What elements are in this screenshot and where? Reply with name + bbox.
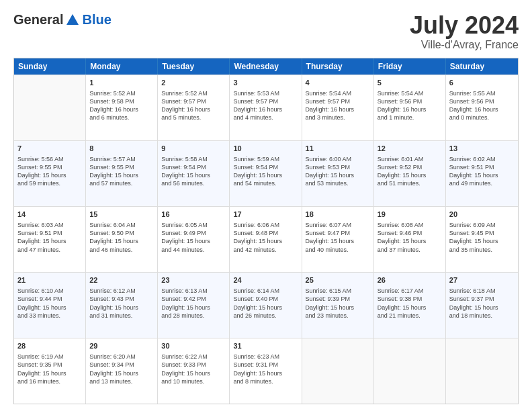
calendar-cell: 26Sunrise: 6:17 AMSunset: 9:38 PMDayligh…	[374, 273, 446, 338]
calendar-cell	[14, 75, 86, 140]
day-number: 11	[306, 144, 370, 154]
day-number: 2	[161, 78, 226, 88]
day-info: Sunrise: 5:59 AMSunset: 9:54 PMDaylight:…	[233, 155, 298, 188]
day-info: Sunrise: 6:02 AMSunset: 9:51 PMDaylight:…	[449, 155, 515, 188]
day-info: Sunrise: 6:01 AMSunset: 9:52 PMDaylight:…	[378, 155, 442, 188]
calendar-cell: 19Sunrise: 6:08 AMSunset: 9:46 PMDayligh…	[374, 207, 446, 272]
day-number: 23	[161, 275, 226, 285]
day-number: 12	[378, 144, 442, 154]
calendar-row: 7Sunrise: 5:56 AMSunset: 9:55 PMDaylight…	[14, 140, 518, 206]
logo-general-text: General	[13, 12, 63, 28]
day-number: 22	[89, 275, 154, 285]
day-number: 1	[89, 78, 154, 88]
calendar-cell: 12Sunrise: 6:01 AMSunset: 9:52 PMDayligh…	[374, 141, 446, 206]
day-info: Sunrise: 6:05 AMSunset: 9:49 PMDaylight:…	[161, 221, 226, 254]
calendar-cell: 3Sunrise: 5:53 AMSunset: 9:57 PMDaylight…	[230, 75, 302, 140]
calendar-cell: 21Sunrise: 6:10 AMSunset: 9:44 PMDayligh…	[14, 273, 86, 338]
day-info: Sunrise: 6:19 AMSunset: 9:35 PMDaylight:…	[17, 353, 82, 385]
calendar-cell	[446, 338, 518, 404]
day-number: 5	[378, 78, 442, 88]
day-number: 26	[378, 275, 442, 285]
calendar-header: SundayMondayTuesdayWednesdayThursdayFrid…	[14, 58, 518, 75]
calendar-cell: 5Sunrise: 5:54 AMSunset: 9:56 PMDaylight…	[374, 75, 446, 140]
day-info: Sunrise: 5:54 AMSunset: 9:57 PMDaylight:…	[306, 89, 370, 122]
calendar-cell: 11Sunrise: 6:00 AMSunset: 9:53 PMDayligh…	[302, 141, 374, 206]
day-number: 24	[233, 275, 298, 285]
day-number: 8	[89, 144, 154, 154]
day-number: 15	[89, 210, 154, 220]
calendar-cell: 10Sunrise: 5:59 AMSunset: 9:54 PMDayligh…	[230, 141, 302, 206]
day-info: Sunrise: 6:22 AMSunset: 9:33 PMDaylight:…	[161, 353, 226, 385]
calendar-cell: 9Sunrise: 5:58 AMSunset: 9:54 PMDaylight…	[158, 141, 230, 206]
day-info: Sunrise: 6:08 AMSunset: 9:46 PMDaylight:…	[378, 221, 442, 254]
day-info: Sunrise: 5:58 AMSunset: 9:54 PMDaylight:…	[161, 155, 226, 188]
calendar-cell: 4Sunrise: 5:54 AMSunset: 9:57 PMDaylight…	[302, 75, 374, 140]
weekday-header: Wednesday	[230, 58, 302, 75]
day-info: Sunrise: 6:17 AMSunset: 9:38 PMDaylight:…	[378, 287, 442, 320]
calendar-body: 1Sunrise: 5:52 AMSunset: 9:58 PMDaylight…	[14, 75, 518, 404]
page: General Blue July 2024 Ville-d'Avray, Fr…	[0, 0, 532, 411]
day-info: Sunrise: 6:20 AMSunset: 9:34 PMDaylight:…	[89, 353, 154, 385]
day-number: 9	[161, 144, 226, 154]
weekday-header: Saturday	[446, 58, 518, 75]
calendar-cell: 1Sunrise: 5:52 AMSunset: 9:58 PMDaylight…	[86, 75, 158, 140]
calendar-row: 1Sunrise: 5:52 AMSunset: 9:58 PMDaylight…	[14, 75, 518, 140]
day-info: Sunrise: 6:09 AMSunset: 9:45 PMDaylight:…	[449, 221, 515, 254]
day-info: Sunrise: 6:14 AMSunset: 9:40 PMDaylight:…	[233, 287, 298, 320]
day-number: 10	[233, 144, 298, 154]
day-number: 25	[306, 275, 370, 285]
day-info: Sunrise: 6:10 AMSunset: 9:44 PMDaylight:…	[17, 287, 82, 320]
calendar-cell: 6Sunrise: 5:55 AMSunset: 9:56 PMDaylight…	[446, 75, 518, 140]
day-number: 30	[161, 341, 226, 351]
day-number: 6	[449, 78, 515, 88]
calendar-cell: 28Sunrise: 6:19 AMSunset: 9:35 PMDayligh…	[14, 338, 86, 404]
day-number: 21	[17, 275, 82, 285]
calendar-cell: 27Sunrise: 6:18 AMSunset: 9:37 PMDayligh…	[446, 273, 518, 338]
day-info: Sunrise: 6:04 AMSunset: 9:50 PMDaylight:…	[89, 221, 154, 254]
weekday-header: Friday	[374, 58, 446, 75]
weekday-header: Thursday	[302, 58, 374, 75]
day-info: Sunrise: 6:06 AMSunset: 9:48 PMDaylight:…	[233, 221, 298, 254]
day-info: Sunrise: 5:53 AMSunset: 9:57 PMDaylight:…	[233, 89, 298, 122]
header: General Blue July 2024 Ville-d'Avray, Fr…	[13, 12, 519, 51]
calendar-cell	[374, 338, 446, 404]
day-info: Sunrise: 5:56 AMSunset: 9:55 PMDaylight:…	[17, 155, 82, 188]
calendar-cell	[302, 338, 374, 404]
calendar-cell: 23Sunrise: 6:13 AMSunset: 9:42 PMDayligh…	[158, 273, 230, 338]
calendar-cell: 24Sunrise: 6:14 AMSunset: 9:40 PMDayligh…	[230, 273, 302, 338]
title-block: July 2024 Ville-d'Avray, France	[410, 12, 519, 51]
calendar-cell: 16Sunrise: 6:05 AMSunset: 9:49 PMDayligh…	[158, 207, 230, 272]
calendar-cell: 2Sunrise: 5:52 AMSunset: 9:57 PMDaylight…	[158, 75, 230, 140]
calendar-cell: 13Sunrise: 6:02 AMSunset: 9:51 PMDayligh…	[446, 141, 518, 206]
logo: General Blue	[13, 12, 112, 28]
day-number: 20	[449, 210, 515, 220]
calendar-cell: 15Sunrise: 6:04 AMSunset: 9:50 PMDayligh…	[86, 207, 158, 272]
calendar-cell: 31Sunrise: 6:23 AMSunset: 9:31 PMDayligh…	[230, 338, 302, 404]
location: Ville-d'Avray, France	[410, 39, 519, 51]
day-info: Sunrise: 5:54 AMSunset: 9:56 PMDaylight:…	[378, 89, 442, 122]
calendar-cell: 30Sunrise: 6:22 AMSunset: 9:33 PMDayligh…	[158, 338, 230, 404]
weekday-header: Tuesday	[158, 58, 230, 75]
day-number: 28	[17, 341, 82, 351]
calendar-cell: 22Sunrise: 6:12 AMSunset: 9:43 PMDayligh…	[86, 273, 158, 338]
day-info: Sunrise: 5:52 AMSunset: 9:57 PMDaylight:…	[161, 89, 226, 122]
day-number: 27	[449, 275, 515, 285]
day-number: 31	[233, 341, 298, 351]
day-number: 13	[449, 144, 515, 154]
day-info: Sunrise: 6:13 AMSunset: 9:42 PMDaylight:…	[161, 287, 226, 320]
day-info: Sunrise: 6:15 AMSunset: 9:39 PMDaylight:…	[306, 287, 370, 320]
day-info: Sunrise: 6:03 AMSunset: 9:51 PMDaylight:…	[17, 221, 82, 254]
calendar: SundayMondayTuesdayWednesdayThursdayFrid…	[13, 58, 519, 404]
weekday-header: Monday	[86, 58, 158, 75]
calendar-cell: 14Sunrise: 6:03 AMSunset: 9:51 PMDayligh…	[14, 207, 86, 272]
day-info: Sunrise: 5:52 AMSunset: 9:58 PMDaylight:…	[89, 89, 154, 122]
calendar-cell: 20Sunrise: 6:09 AMSunset: 9:45 PMDayligh…	[446, 207, 518, 272]
calendar-cell: 17Sunrise: 6:06 AMSunset: 9:48 PMDayligh…	[230, 207, 302, 272]
month-title: July 2024	[410, 12, 519, 39]
day-info: Sunrise: 6:18 AMSunset: 9:37 PMDaylight:…	[449, 287, 515, 320]
day-info: Sunrise: 5:55 AMSunset: 9:56 PMDaylight:…	[449, 89, 515, 122]
calendar-cell: 8Sunrise: 5:57 AMSunset: 9:55 PMDaylight…	[86, 141, 158, 206]
day-number: 29	[89, 341, 154, 351]
day-number: 17	[233, 210, 298, 220]
day-number: 3	[233, 78, 298, 88]
